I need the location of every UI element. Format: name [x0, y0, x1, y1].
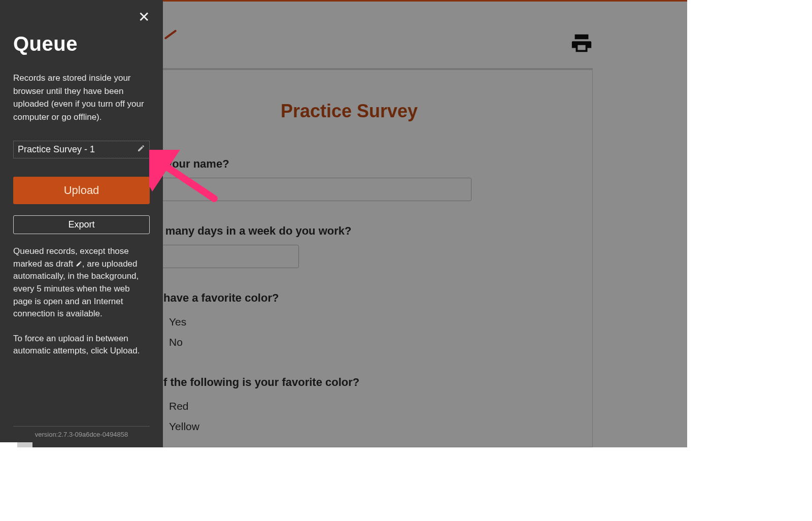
upload-button[interactable]: Upload	[13, 177, 150, 204]
record-name: Practice Survey - 1	[18, 144, 95, 155]
version-text: version:2.7.3-09a6dce-0494858	[13, 431, 150, 447]
auto-upload-note: Queued records, except those marked as d…	[13, 245, 150, 320]
bottom-strip	[0, 442, 32, 447]
pencil-icon	[137, 144, 145, 155]
divider	[13, 426, 150, 427]
close-icon[interactable]: ✕	[138, 10, 150, 24]
export-button[interactable]: Export	[13, 215, 150, 234]
sidebar-title: Queue	[13, 32, 150, 55]
sidebar-intro: Records are stored inside your browser u…	[13, 72, 150, 123]
queued-record-row[interactable]: Practice Survey - 1	[13, 141, 150, 158]
force-upload-note: To force an upload in between automatic …	[13, 333, 150, 357]
queue-sidebar: ✕ Queue Records are stored inside your b…	[0, 0, 163, 447]
pencil-icon	[76, 259, 82, 269]
